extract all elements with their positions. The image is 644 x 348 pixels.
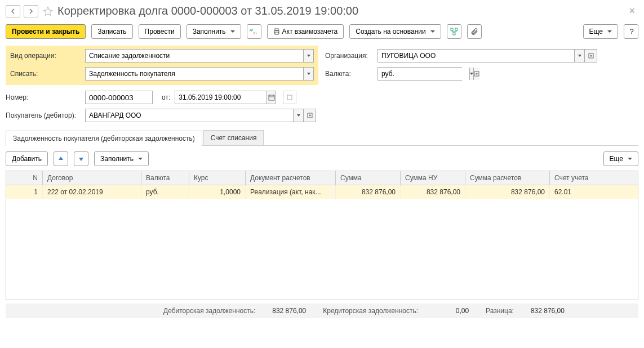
cell-n[interactable]: 1 — [6, 185, 43, 199]
cell-sumr[interactable]: 832 876,00 — [465, 185, 550, 199]
move-up-button[interactable] — [54, 151, 68, 166]
th-rate[interactable]: Курс — [189, 171, 246, 185]
deb-total-label: Дебиторская задолженность: — [163, 307, 255, 315]
number-input[interactable] — [85, 91, 153, 104]
th-sumnu[interactable]: Сумма НУ — [401, 171, 465, 185]
cell-sum[interactable]: 832 876,00 — [336, 185, 401, 199]
offset-act-button[interactable]: Акт взаимозачета — [267, 24, 344, 39]
org-input[interactable] — [378, 50, 574, 62]
svg-rect-3 — [275, 29, 278, 30]
tab-writeoff-account[interactable]: Счет списания — [203, 130, 264, 145]
dt-kt-button[interactable]: ДтКт — [247, 24, 261, 39]
save-button[interactable]: Записать — [91, 24, 132, 39]
table-row[interactable]: 1 222 от 02.02.2019 руб. 1,0000 Реализац… — [6, 185, 638, 199]
add-row-button[interactable]: Добавить — [6, 151, 48, 166]
table-fill-button[interactable]: Заполнить — [94, 151, 149, 166]
printer-icon — [273, 28, 280, 35]
nav-forward-button[interactable] — [24, 5, 38, 17]
structure-button[interactable] — [447, 24, 461, 39]
currency-input[interactable] — [378, 68, 469, 80]
post-button[interactable]: Провести — [139, 24, 181, 39]
date-input[interactable] — [175, 91, 267, 104]
th-contract[interactable]: Договор — [43, 171, 141, 185]
attachment-button[interactable] — [467, 24, 482, 39]
org-dropdown[interactable] — [574, 50, 584, 62]
debt-table: N Договор Валюта Курс Документ расчетов … — [6, 171, 638, 300]
write-off-dropdown[interactable] — [303, 68, 313, 80]
cell-sumnu[interactable]: 832 876,00 — [401, 185, 465, 199]
th-n[interactable]: N — [6, 171, 43, 185]
table-more-button[interactable]: Еще — [603, 151, 638, 166]
svg-rect-6 — [455, 28, 458, 30]
th-acct[interactable]: Счет учета — [550, 171, 618, 185]
currency-label: Валюта: — [325, 70, 373, 78]
op-type-label: Вид операции: — [10, 52, 81, 60]
write-off-input[interactable] — [86, 68, 303, 80]
buyer-label: Покупатель (дебитор): — [6, 111, 81, 119]
buyer-dropdown[interactable] — [293, 109, 303, 122]
org-open-button[interactable] — [584, 50, 597, 62]
diff-total-label: Разница: — [486, 307, 514, 315]
tab-debt[interactable]: Задолженность покупателя (дебиторская за… — [6, 131, 202, 146]
date-extra-icon[interactable] — [283, 91, 296, 104]
buyer-open-button[interactable] — [303, 109, 316, 122]
fill-button[interactable]: Заполнить — [186, 24, 241, 39]
op-type-dropdown[interactable] — [303, 50, 313, 62]
svg-rect-11 — [287, 95, 292, 100]
cell-rate[interactable]: 1,0000 — [189, 185, 246, 199]
offset-act-label: Акт взаимозачета — [282, 28, 338, 35]
write-off-label: Списать: — [10, 70, 81, 78]
th-sum[interactable]: Сумма — [336, 171, 401, 185]
org-label: Организация: — [325, 52, 373, 60]
date-from-label: от: — [162, 93, 170, 101]
buyer-input[interactable] — [86, 109, 293, 122]
number-label: Номер: — [6, 93, 81, 101]
svg-rect-5 — [451, 28, 453, 30]
close-icon[interactable]: × — [625, 5, 638, 17]
th-doc[interactable]: Документ расчетов — [246, 171, 336, 185]
deb-total-value: 832 876,00 — [261, 307, 306, 315]
cell-contract[interactable]: 222 от 02.02.2019 — [43, 185, 141, 199]
svg-text:Кт: Кт — [254, 32, 257, 35]
diff-total-value: 832 876,00 — [519, 307, 565, 315]
cell-acct[interactable]: 62.01 — [550, 185, 618, 199]
more-button[interactable]: Еще — [583, 24, 618, 39]
help-button[interactable]: ? — [624, 24, 638, 39]
favorite-star-icon[interactable] — [42, 5, 54, 17]
cell-currency[interactable]: руб. — [141, 185, 189, 199]
cred-total-label: Кредиторская задолженность: — [323, 307, 418, 315]
post-and-close-button[interactable]: Провести и закрыть — [6, 24, 86, 39]
calendar-button[interactable] — [267, 91, 276, 104]
move-down-button[interactable] — [74, 151, 88, 166]
svg-text:Дт: Дт — [250, 28, 254, 32]
cell-doc[interactable]: Реализация (акт, нак... — [246, 185, 336, 199]
cred-total-value: 0,00 — [424, 307, 469, 315]
currency-open-button[interactable] — [473, 68, 479, 80]
page-title: Корректировка долга 0000-000003 от 31.05… — [57, 5, 622, 17]
svg-rect-7 — [453, 33, 455, 35]
th-currency[interactable]: Валюта — [141, 171, 189, 185]
svg-rect-10 — [269, 95, 274, 100]
op-type-input[interactable] — [86, 50, 303, 62]
th-sumr[interactable]: Сумма расчетов — [465, 171, 550, 185]
nav-back-button[interactable] — [6, 5, 20, 17]
create-based-button[interactable]: Создать на основании — [349, 24, 441, 39]
currency-dropdown[interactable] — [469, 68, 473, 80]
svg-rect-4 — [275, 32, 278, 34]
